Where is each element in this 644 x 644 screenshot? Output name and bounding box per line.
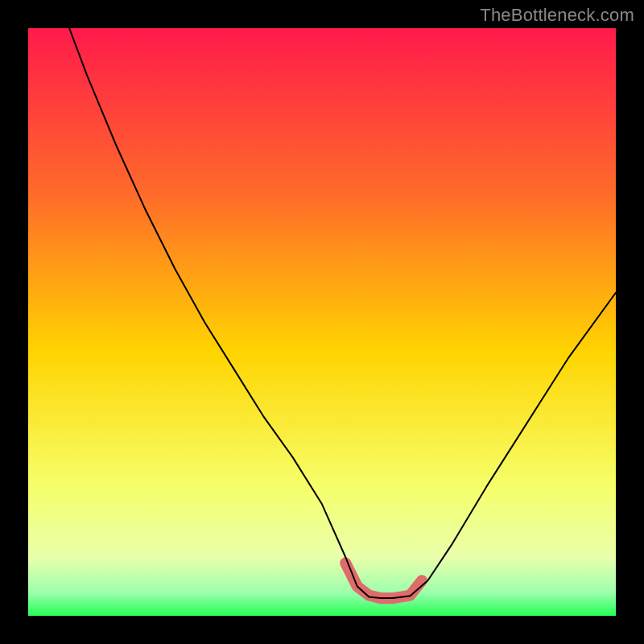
gradient-background bbox=[28, 28, 616, 616]
bottleneck-chart bbox=[28, 28, 616, 616]
chart-frame: TheBottleneck.com bbox=[0, 0, 644, 644]
plot-area bbox=[28, 28, 616, 616]
attribution-label: TheBottleneck.com bbox=[480, 5, 634, 26]
